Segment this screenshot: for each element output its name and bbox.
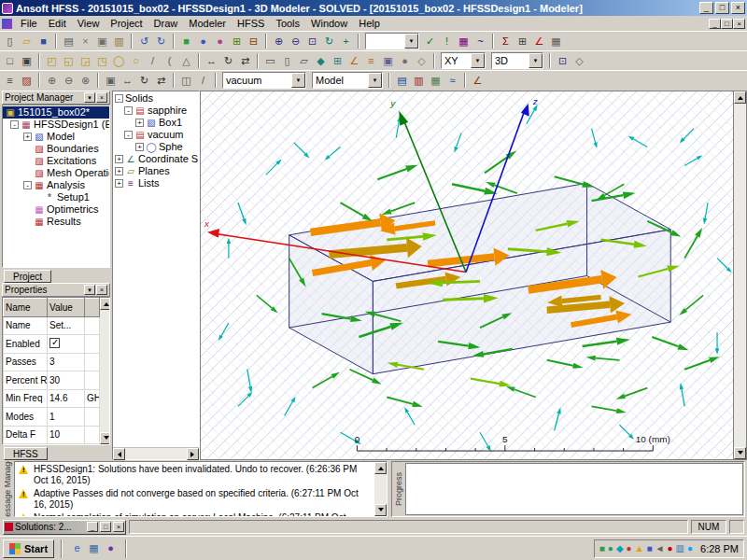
- message-item[interactable]: Normal completion of simulation on serve…: [18, 512, 374, 516]
- select-object-icon[interactable]: □: [2, 53, 18, 69]
- collapse-icon[interactable]: [23, 181, 32, 189]
- prop-value[interactable]: 14.6: [48, 389, 85, 408]
- tree-node-lists[interactable]: Lists: [113, 177, 199, 189]
- collapse-icon[interactable]: [124, 131, 133, 139]
- section-icon[interactable]: ◫: [178, 73, 194, 89]
- menu-help[interactable]: Help: [353, 17, 386, 30]
- viewport-scrollbar[interactable]: [733, 91, 746, 459]
- expand-icon[interactable]: [115, 155, 123, 163]
- draw-poly-tool-icon[interactable]: ◳: [94, 53, 110, 69]
- close-button[interactable]: ×: [113, 522, 124, 532]
- expand-icon[interactable]: [23, 133, 32, 141]
- draw-line-tool-icon[interactable]: /: [145, 53, 161, 69]
- zoom-in-icon[interactable]: ⊕: [271, 34, 287, 49]
- draw-triangle-tool-icon[interactable]: △: [178, 53, 194, 69]
- wire-icon[interactable]: /: [195, 73, 211, 89]
- tray-alert-icon[interactable]: ●: [667, 544, 672, 553]
- scroll-up-icon[interactable]: [374, 462, 387, 474]
- show-desktop-icon[interactable]: ▦: [86, 540, 102, 556]
- new-file-icon[interactable]: ▯: [2, 34, 18, 49]
- scroll-up-icon[interactable]: [100, 298, 110, 310]
- panel-menu-icon[interactable]: [84, 285, 95, 295]
- paste-icon[interactable]: ▥: [111, 34, 127, 49]
- draw-sphere-tool-icon[interactable]: ◯: [111, 53, 127, 69]
- copy-view-icon[interactable]: ▣: [380, 53, 396, 69]
- prop-value[interactable]: 10: [48, 426, 85, 444]
- material-icon[interactable]: ▨: [19, 73, 35, 89]
- menu-modeler[interactable]: Modeler: [183, 17, 232, 30]
- undo-icon[interactable]: ↺: [136, 34, 152, 49]
- close-button[interactable]: ×: [731, 2, 745, 14]
- panel-close-icon[interactable]: [96, 285, 107, 295]
- tree-node-sapphire[interactable]: sapphire: [122, 105, 199, 117]
- draw-box-icon[interactable]: ■: [178, 34, 194, 49]
- scroll-down-icon[interactable]: [100, 432, 110, 444]
- tab-hfss[interactable]: HFSS: [4, 447, 48, 460]
- titlebar[interactable]: Ansoft HFSS - 20151015_box02 - HFSSDesig…: [0, 0, 747, 16]
- column-value[interactable]: Value: [48, 299, 85, 317]
- select-face-icon[interactable]: ▣: [19, 53, 35, 69]
- scroll-down-icon[interactable]: [374, 504, 387, 516]
- message-item[interactable]: Adaptive Passes did not converge based o…: [18, 488, 374, 511]
- mdi-restore-button[interactable]: □: [721, 19, 733, 29]
- restore-button[interactable]: □: [100, 522, 111, 532]
- scroll-right-icon[interactable]: [187, 448, 199, 460]
- mdi-close-button[interactable]: ×: [733, 19, 745, 29]
- draw-sphere-icon[interactable]: ●: [212, 34, 228, 49]
- view-mode-combo[interactable]: 3D: [491, 52, 543, 69]
- prop-value[interactable]: 30: [48, 371, 85, 390]
- grid-snap-icon[interactable]: ⊞: [330, 53, 345, 69]
- sum-icon[interactable]: Σ: [498, 34, 514, 49]
- scroll-left-icon[interactable]: [113, 448, 125, 460]
- tree-node-design[interactable]: HFSSDesign1 (Eige: [8, 119, 109, 131]
- expand-icon[interactable]: [115, 167, 123, 175]
- excitation-icon[interactable]: ▥: [411, 73, 427, 89]
- scroll-up-icon[interactable]: [734, 91, 746, 104]
- volume-icon[interactable]: ◄: [655, 544, 665, 553]
- collapse-icon[interactable]: [10, 120, 19, 129]
- history-icon[interactable]: ≡: [2, 73, 18, 89]
- menu-window[interactable]: Window: [305, 17, 353, 30]
- boolean-unite-icon[interactable]: ⊞: [229, 34, 245, 49]
- draw-box-tool-icon[interactable]: ◰: [44, 53, 60, 69]
- menu-view[interactable]: View: [72, 17, 106, 30]
- tree-node-vacuum[interactable]: vacuum: [122, 129, 199, 141]
- save-icon[interactable]: ■: [35, 34, 51, 49]
- tree-node-mesh-operations[interactable]: Mesh Operations: [32, 167, 109, 179]
- intersect-icon[interactable]: ⊗: [78, 73, 93, 89]
- expand-icon[interactable]: [115, 179, 123, 188]
- dropdown-arrow-icon[interactable]: [529, 53, 543, 68]
- prop-value[interactable]: 3: [48, 353, 85, 371]
- menu-draw[interactable]: Draw: [148, 17, 184, 30]
- results-icon[interactable]: ~: [472, 34, 488, 49]
- draw-cylinder-icon[interactable]: ●: [195, 34, 211, 49]
- dropdown-arrow-icon[interactable]: [368, 73, 382, 88]
- dropdown-arrow-icon[interactable]: [291, 73, 305, 88]
- selection-combo[interactable]: [365, 33, 419, 49]
- tray-antivirus-icon[interactable]: ●: [627, 544, 632, 553]
- scroll-down-icon[interactable]: [734, 447, 746, 459]
- snap-icon[interactable]: ◆: [313, 53, 329, 69]
- menu-project[interactable]: Project: [105, 17, 148, 30]
- panel-close-icon[interactable]: [96, 92, 107, 103]
- matrix-icon[interactable]: ⊞: [514, 34, 530, 49]
- boolean-subtract-icon[interactable]: ⊟: [246, 34, 261, 49]
- view-xy-icon[interactable]: ▭: [262, 53, 278, 69]
- internet-explorer-icon[interactable]: e: [69, 540, 85, 556]
- modeler-viewport[interactable]: x y z 0 5 10 (mm): [200, 91, 747, 460]
- pan-view-icon[interactable]: +: [338, 34, 354, 49]
- tree-node-boundaries[interactable]: Boundaries: [32, 143, 109, 155]
- tray-app-icon[interactable]: ■: [647, 544, 653, 553]
- collapse-icon[interactable]: [115, 94, 123, 103]
- optimetrics-icon[interactable]: ▦: [456, 34, 472, 49]
- duplicate-icon[interactable]: ▣: [103, 73, 119, 89]
- tree-node-sphere[interactable]: Sphe: [134, 141, 199, 153]
- zoom-out-icon[interactable]: ⊖: [288, 34, 303, 49]
- mirror-icon[interactable]: ⇄: [237, 53, 253, 69]
- modeler-tree-hscrollbar[interactable]: [113, 447, 199, 459]
- tree-node-results[interactable]: Results: [32, 216, 109, 228]
- rotate-icon[interactable]: ↻: [220, 53, 236, 69]
- ruler-icon[interactable]: ≡: [363, 53, 379, 69]
- copy-icon[interactable]: ▣: [94, 34, 110, 49]
- field-plot-icon[interactable]: ≈: [444, 73, 460, 89]
